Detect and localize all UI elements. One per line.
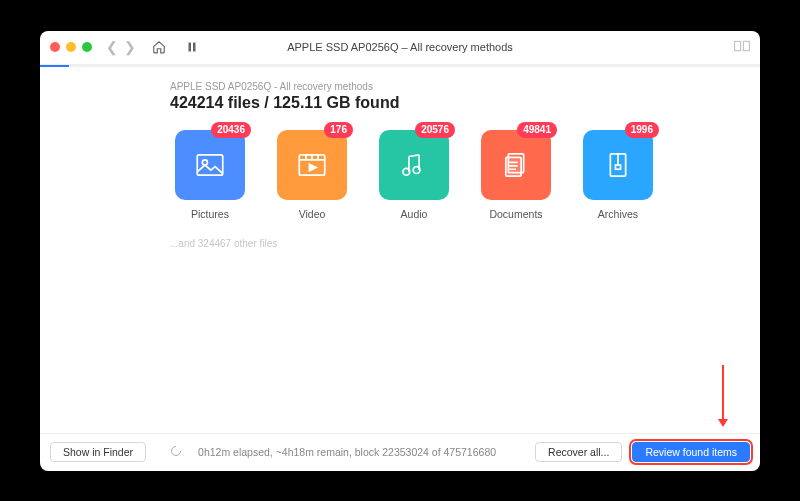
tile-pictures[interactable]: 20436 Pictures	[170, 130, 250, 220]
minimize-window-button[interactable]	[66, 42, 76, 52]
tile-card-pictures: 20436	[175, 130, 245, 200]
window-title: APPLE SSD AP0256Q – All recovery methods	[40, 41, 760, 53]
scan-spinner-icon	[170, 445, 182, 459]
svg-rect-15	[506, 157, 521, 176]
content-area: APPLE SSD AP0256Q - All recovery methods…	[40, 67, 760, 433]
zoom-window-button[interactable]	[82, 42, 92, 52]
titlebar: ❮ ❯ APPLE SSD AP0256Q – All recovery met…	[40, 31, 760, 65]
svg-point-13	[413, 166, 420, 173]
svg-rect-4	[197, 154, 223, 174]
tile-card-audio: 20576	[379, 130, 449, 200]
badge-audio: 20576	[415, 122, 455, 138]
home-icon[interactable]	[152, 40, 166, 54]
headline: 424214 files / 125.11 GB found	[170, 94, 730, 112]
back-button[interactable]: ❮	[106, 39, 118, 55]
tile-label-pictures: Pictures	[170, 208, 250, 220]
svg-rect-0	[189, 43, 192, 52]
svg-rect-2	[735, 41, 741, 50]
review-found-items-button[interactable]: Review found items	[632, 442, 750, 462]
recover-all-button[interactable]: Recover all...	[535, 442, 622, 462]
other-files-text: ...and 324467 other files	[170, 238, 730, 249]
audio-icon	[397, 148, 431, 182]
tile-label-archives: Archives	[578, 208, 658, 220]
close-window-button[interactable]	[50, 42, 60, 52]
pause-icon[interactable]	[186, 41, 198, 53]
breadcrumb: APPLE SSD AP0256Q - All recovery methods	[170, 81, 730, 92]
show-in-finder-button[interactable]: Show in Finder	[50, 442, 146, 462]
tile-card-video: 176	[277, 130, 347, 200]
category-tiles: 20436 Pictures 176 Video 20576 Audio	[170, 130, 730, 220]
archives-icon	[601, 148, 635, 182]
tile-documents[interactable]: 49841 Documents	[476, 130, 556, 220]
tile-video[interactable]: 176 Video	[272, 130, 352, 220]
tile-card-archives: 1996	[583, 130, 653, 200]
scan-status-text: 0h12m elapsed, ~4h18m remain, block 2235…	[198, 446, 525, 458]
annotation-arrow	[722, 365, 724, 421]
traffic-lights	[50, 42, 92, 52]
svg-rect-3	[743, 41, 749, 50]
tile-label-video: Video	[272, 208, 352, 220]
svg-rect-1	[193, 43, 196, 52]
tile-archives[interactable]: 1996 Archives	[578, 130, 658, 220]
badge-video: 176	[324, 122, 353, 138]
tile-card-documents: 49841	[481, 130, 551, 200]
view-grid-icon[interactable]	[734, 38, 750, 56]
badge-archives: 1996	[625, 122, 659, 138]
pictures-icon	[193, 148, 227, 182]
app-window: ❮ ❯ APPLE SSD AP0256Q – All recovery met…	[40, 31, 760, 471]
forward-button[interactable]: ❯	[124, 39, 136, 55]
tile-label-documents: Documents	[476, 208, 556, 220]
nav-arrows: ❮ ❯	[106, 39, 136, 55]
badge-documents: 49841	[517, 122, 557, 138]
svg-marker-11	[309, 164, 316, 171]
documents-icon	[499, 148, 533, 182]
video-icon	[295, 148, 329, 182]
badge-pictures: 20436	[211, 122, 251, 138]
svg-rect-21	[615, 165, 620, 169]
tile-audio[interactable]: 20576 Audio	[374, 130, 454, 220]
tile-label-audio: Audio	[374, 208, 454, 220]
footer: Show in Finder 0h12m elapsed, ~4h18m rem…	[40, 433, 760, 471]
